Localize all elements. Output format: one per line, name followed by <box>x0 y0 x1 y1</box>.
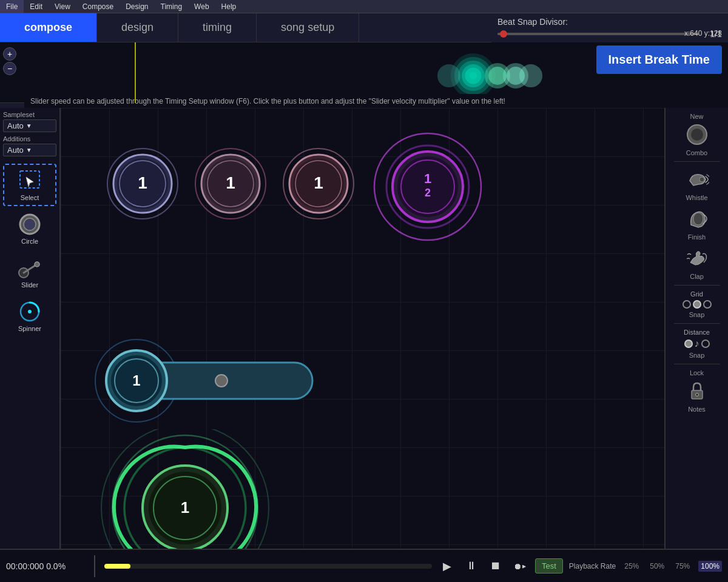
circle-tool-icon <box>18 212 42 236</box>
insert-break-button[interactable]: Insert Break Time <box>596 45 723 74</box>
tab-compose[interactable]: compose <box>0 13 97 42</box>
whistle-tool[interactable]: Whistle <box>668 167 726 201</box>
new-label: New <box>690 113 703 120</box>
zoom-in-button[interactable]: + <box>3 47 16 61</box>
menu-view[interactable]: View <box>49 0 76 13</box>
spinner-label: Spinner <box>18 325 41 332</box>
left-panel: Sampleset Auto ▼ Additions Auto ▼ Select… <box>0 108 61 549</box>
zoom-controls: + − <box>3 47 16 75</box>
playback-rate-25[interactable]: 25% <box>622 561 641 572</box>
finish-tool[interactable]: Finish <box>668 206 726 241</box>
hit-object-3[interactable]: 1 <box>279 144 358 226</box>
slider-object[interactable]: 1 <box>91 338 346 426</box>
grid-radio-medium[interactable] <box>693 300 701 309</box>
test-button[interactable]: Test <box>535 558 563 574</box>
distance-snap-label: Snap <box>689 352 705 359</box>
grid-radio-large[interactable] <box>703 300 712 309</box>
tool-select[interactable]: Select <box>3 164 56 206</box>
sampleset-label: Sampleset <box>3 111 56 118</box>
svg-text:1: 1 <box>132 372 140 389</box>
select-icon <box>18 169 42 193</box>
additions-value: Auto <box>7 146 24 155</box>
tool-slider[interactable]: Slider <box>3 251 56 293</box>
tab-song-setup[interactable]: song setup <box>257 13 359 42</box>
menu-bar: File Edit View Compose Design Timing Web… <box>0 0 728 13</box>
beat-snap-slider[interactable] <box>497 33 699 35</box>
percent-value: 0.0% <box>46 561 66 571</box>
distance-label: Distance <box>684 329 710 336</box>
svg-point-5 <box>470 72 477 79</box>
hit-object-4[interactable]: 1 2 <box>370 126 485 250</box>
notes-label: Notes <box>688 406 706 413</box>
svg-text:1: 1 <box>314 173 323 192</box>
whistle-icon <box>684 167 710 192</box>
svg-text:2: 2 <box>425 187 431 199</box>
new-combo-section: New Combo <box>668 113 726 156</box>
svg-point-15 <box>24 218 36 230</box>
svg-point-58 <box>691 129 703 141</box>
grid-snap-label: Snap <box>689 311 705 318</box>
svg-text:1: 1 <box>181 498 189 517</box>
menu-compose[interactable]: Compose <box>76 0 120 13</box>
music-note-icon: ♪ <box>695 338 699 349</box>
canvas-area[interactable]: 1 1 1 <box>61 108 664 549</box>
beat-snap-label: Beat Snap Divisor: <box>497 17 722 27</box>
menu-web[interactable]: Web <box>188 0 215 13</box>
coord-display: x:640 y:128 <box>684 29 722 38</box>
menu-design[interactable]: Design <box>120 0 154 13</box>
spinner-object[interactable]: 1 <box>79 429 291 549</box>
progress-bar[interactable] <box>104 564 432 569</box>
whistle-label: Whistle <box>686 194 707 201</box>
menu-file[interactable]: File <box>0 0 24 13</box>
tool-circle[interactable]: Circle <box>3 207 56 250</box>
menu-help[interactable]: Help <box>215 0 243 13</box>
info-bar: Slider speed can be adjusted through the… <box>24 94 728 109</box>
record-button[interactable]: ⏺▶ <box>511 557 529 575</box>
play-button[interactable]: ▶ <box>438 557 456 575</box>
svg-text:1: 1 <box>226 173 235 192</box>
svg-marker-13 <box>26 177 33 187</box>
sampleset-dropdown[interactable]: Auto ▼ <box>3 119 56 132</box>
playback-rate-50[interactable]: 50% <box>647 561 667 572</box>
menu-timing[interactable]: Timing <box>155 0 189 13</box>
svg-text:1: 1 <box>424 171 431 186</box>
circle-label: Circle <box>21 238 38 245</box>
playback-rate-100[interactable]: 100% <box>698 561 722 572</box>
svg-point-20 <box>28 310 32 313</box>
svg-point-18 <box>35 262 39 267</box>
additions-arrow-icon: ▼ <box>26 147 32 153</box>
combo-label: Combo <box>686 149 707 156</box>
lock-notes-tool[interactable]: Lock Notes <box>668 369 726 413</box>
grid-radio-row <box>682 300 712 309</box>
svg-point-10 <box>520 65 542 87</box>
additions-label: Additions <box>3 135 56 142</box>
svg-point-62 <box>695 393 698 396</box>
divider-2 <box>674 285 720 286</box>
time-value: 00:00:000 <box>6 561 44 571</box>
progress-bar-fill <box>104 564 130 569</box>
tool-spinner[interactable]: Spinner <box>3 295 56 337</box>
clap-tool[interactable]: Clap <box>668 246 726 280</box>
distance-radio-2[interactable] <box>701 340 710 348</box>
stop-button[interactable]: ⏹ <box>487 557 505 575</box>
pause-button[interactable]: ⏸ <box>462 557 480 575</box>
tab-design[interactable]: design <box>97 13 178 42</box>
combo-icon[interactable] <box>684 122 710 147</box>
divider-4 <box>674 364 720 364</box>
distance-radio-row: ♪ <box>684 338 710 349</box>
hit-object-2[interactable]: 1 <box>191 144 270 226</box>
playhead-line <box>135 42 136 103</box>
sampleset-area: Sampleset Auto ▼ Additions Auto ▼ <box>3 111 56 156</box>
info-message: Slider speed can be adjusted through the… <box>30 97 505 105</box>
finish-icon <box>684 206 710 232</box>
grid-radio-small[interactable] <box>682 300 691 309</box>
playback-rate-75[interactable]: 75% <box>673 561 692 572</box>
additions-dropdown[interactable]: Auto ▼ <box>3 144 56 156</box>
distance-radio-1[interactable] <box>684 340 693 348</box>
tab-timing[interactable]: timing <box>178 13 257 42</box>
hit-object-1[interactable]: 1 <box>103 144 182 226</box>
zoom-out-button[interactable]: − <box>3 62 16 75</box>
menu-edit[interactable]: Edit <box>24 0 49 13</box>
transport-bar: 00:00:000 0.0% ▶ ⏸ ⏹ ⏺▶ Test Playback Ra… <box>0 549 728 582</box>
spinner-tool-icon <box>18 299 42 324</box>
